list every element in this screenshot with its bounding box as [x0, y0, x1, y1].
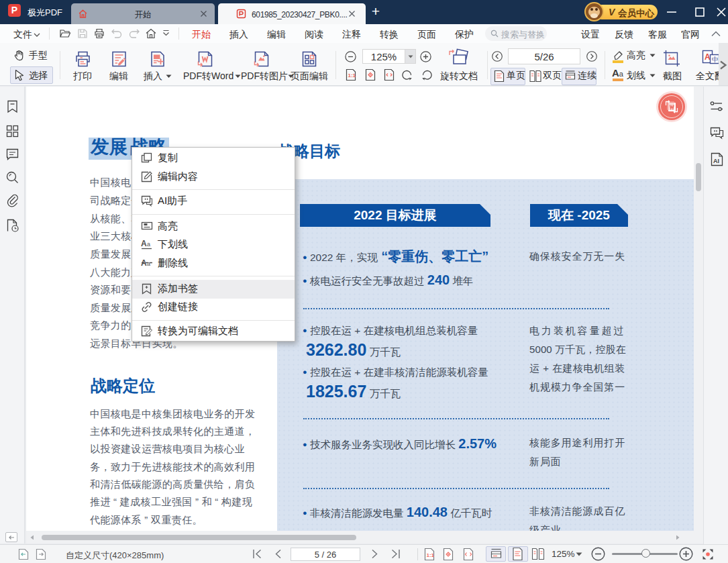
svg-text:1:1: 1:1 [427, 552, 435, 558]
svg-text:a: a [147, 260, 150, 267]
svg-text:AI: AI [713, 158, 719, 164]
svg-text:a: a [147, 241, 150, 248]
svg-text:A: A [141, 239, 147, 248]
svg-text:A: A [705, 52, 711, 62]
svg-text:1:1: 1:1 [348, 72, 356, 79]
svg-text:中: 中 [712, 56, 719, 63]
